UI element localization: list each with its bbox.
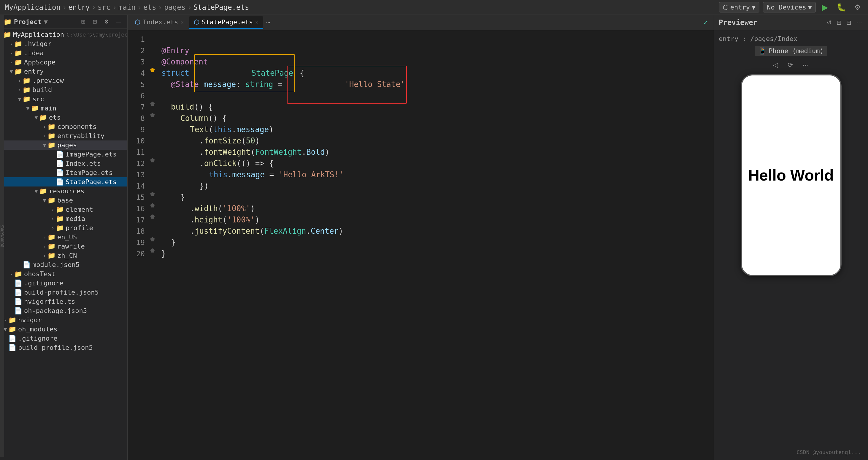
sidebar-item-indexets[interactable]: › 📄 Index.ets (0, 159, 127, 168)
collapse-all-button[interactable]: ⊟ (90, 17, 99, 26)
height-method: height (195, 214, 223, 226)
sidebar-item-base[interactable]: ▼ 📁 base (0, 196, 127, 205)
dot-height: . (190, 214, 195, 226)
breadcrumb-pages[interactable]: pages (164, 3, 185, 11)
tab-statepage-ets[interactable]: ⬡ StatePage.ets ✕ (189, 16, 263, 29)
previewer-refresh-button[interactable]: ↺ (826, 18, 833, 27)
code-line-12: . onClick (() => { (161, 158, 714, 169)
sidebar-item-statepage[interactable]: › 📄 StatePage.ets (0, 177, 127, 186)
oh-modules-label: oh_modules (18, 325, 57, 333)
sidebar-item-module-json5[interactable]: › 📄 module.json5 (0, 260, 127, 269)
code-content[interactable]: @Entry @Component struct StatePage { (157, 30, 714, 460)
sidebar-item-media[interactable]: › 📁 media (0, 214, 127, 223)
sidebar-item-build-profile[interactable]: › 📄 build-profile.json5 (0, 288, 127, 297)
string-type: string (245, 78, 273, 91)
sidebar-item-build[interactable]: › 📁 build (0, 85, 127, 94)
run-button[interactable]: ▶ (819, 1, 831, 13)
sep5: › (158, 3, 162, 11)
entry-selector[interactable]: ⬡ entry ▼ (719, 2, 760, 12)
sidebar-item-pages[interactable]: ▼ 📁 pages (0, 141, 127, 150)
code-editor[interactable]: 1 2 3 4 5 6 7 8 9 10 11 12 13 14 15 16 1… (128, 30, 714, 460)
pages-label: pages (57, 141, 77, 149)
sidebar-item-hvigor2[interactable]: › 📁 hvigor (0, 315, 127, 324)
tab-bar: ⬡ Index.ets ✕ ⬡ StatePage.ets ✕ ⋯ ✓ (128, 15, 714, 30)
device-label-display[interactable]: 📱 Phone (medium) (755, 46, 827, 56)
arrow-main: ▼ (25, 105, 31, 111)
sidebar-item-oh-modules[interactable]: ▼ 📁 oh_modules (0, 324, 127, 334)
sidebar-item-resources[interactable]: ▼ 📁 resources (0, 186, 127, 196)
debug-button[interactable]: 🐛 (834, 1, 848, 13)
previewer-more-button[interactable]: ⋯ (855, 18, 863, 27)
tab-more-button[interactable]: ⋯ (264, 19, 272, 26)
sidebar-item-gitignore-root[interactable]: › 📄 .gitignore (0, 334, 127, 343)
line-numbers: 1 2 3 4 5 6 7 8 9 10 11 12 13 14 15 16 1… (128, 30, 148, 460)
tab-close-index[interactable]: ✕ (180, 19, 184, 25)
hello-world-text[interactable]: Hello World (748, 166, 834, 184)
settings-button[interactable]: ⚙ (852, 2, 863, 13)
folder-icon-media: 📁 (56, 215, 64, 223)
fontweight-method: fontWeight (204, 146, 251, 159)
sidebar-item-rawfile[interactable]: › 📁 rawfile (0, 242, 127, 251)
arrow-ets: ▼ (33, 114, 39, 121)
sidebar-item-zh-cn[interactable]: › 📁 zh_CN (0, 251, 127, 260)
sidebar-item-src[interactable]: ▼ 📁 src (0, 94, 127, 104)
paren-close-fw: ) (325, 146, 330, 159)
breadcrumb-src[interactable]: src (98, 3, 111, 11)
sidebar-item-preview[interactable]: › 📁 .preview (0, 76, 127, 85)
folder-icon-element: 📁 (56, 206, 64, 213)
sidebar-item-build-profile-root[interactable]: › 📄 build-profile.json5 (0, 343, 127, 352)
arrow-appscope: › (8, 59, 14, 65)
code-line-10: . fontSize ( 50 ) (161, 136, 714, 147)
build-label: build (32, 86, 52, 93)
previewer-rotate-button[interactable]: ⟳ (785, 59, 796, 71)
sidebar-item-oh-package[interactable]: › 📄 oh-package.json5 (0, 306, 127, 315)
code-line-11: . fontWeight ( FontWeight . Bold ) (161, 147, 714, 158)
flexalign-type: FlexAlign (264, 225, 306, 237)
sep2: › (92, 3, 96, 11)
sidebar-item-hvigor[interactable]: › 📁 .hvigor (0, 39, 127, 49)
device-selector[interactable]: No Devices ▼ (763, 2, 816, 12)
sidebar-item-profile[interactable]: › 📁 profile (0, 223, 127, 232)
sidebar-item-ohostest[interactable]: › 📁 ohosTest (0, 269, 127, 279)
sidebar-item-itempage[interactable]: › 📄 ItemPage.ets (0, 168, 127, 177)
tab-close-statepage[interactable]: ✕ (255, 19, 258, 25)
breadcrumb-app[interactable]: MyApplication (5, 3, 61, 11)
sidebar-item-entryability[interactable]: › 📁 entryability (0, 131, 127, 141)
sidebar-item-components[interactable]: › 📁 components (0, 122, 127, 131)
expand-all-button[interactable]: ⊞ (79, 17, 88, 26)
height-str: '100%' (227, 214, 255, 226)
check-icon: ✓ (700, 19, 711, 27)
oh-package-label: oh-package.json5 (24, 307, 87, 315)
previewer-grid-button[interactable]: ⊟ (845, 18, 852, 27)
previewer-nav-more-button[interactable]: ⋯ (800, 59, 812, 71)
sidebar-minimize-button[interactable]: — (114, 17, 124, 26)
file-icon-module: 📄 (23, 261, 31, 268)
sidebar-item-element[interactable]: › 📁 element (0, 205, 127, 214)
sidebar-item-en-us[interactable]: › 📁 en_US (0, 232, 127, 242)
previewer-back-button[interactable]: ◁ (770, 59, 781, 71)
previewer-layout-button[interactable]: ⊞ (835, 18, 843, 27)
tab-index-ets[interactable]: ⬡ Index.ets ✕ (130, 16, 188, 29)
sidebar-item-hvigorfile[interactable]: › 📄 hvigorfile.ts (0, 297, 127, 306)
sidebar-settings-button[interactable]: ⚙ (102, 17, 111, 26)
bold-prop: Bold (306, 146, 325, 159)
sidebar-item-appscope[interactable]: › 📁 AppScope (0, 58, 127, 67)
breadcrumb-entry[interactable]: entry (68, 3, 90, 11)
state-decorator: @State (171, 78, 199, 91)
top-bar: MyApplication › entry › src › main › ets… (0, 0, 868, 15)
previewer-path-text: entry : /pages/Index (719, 35, 797, 42)
breadcrumb-ets[interactable]: ets (143, 3, 156, 11)
device-name: Phone (medium) (769, 47, 824, 55)
arrow-media: › (50, 215, 56, 222)
sidebar-item-main[interactable]: ▼ 📁 main (0, 104, 127, 113)
ets-label: ets (49, 114, 61, 121)
sidebar-item-gitignore[interactable]: › 📄 .gitignore (0, 279, 127, 288)
sidebar-item-myapplication[interactable]: ▼ 📁 MyApplication C:\Users\amy\projects\… (0, 30, 127, 39)
sidebar-item-imagepage[interactable]: › 📄 ImagePage.ets (0, 150, 127, 159)
breadcrumb-file[interactable]: StatePage.ets (193, 3, 249, 11)
sidebar-item-ets[interactable]: ▼ 📁 ets (0, 113, 127, 122)
sidebar-item-entry[interactable]: ▼ 📁 entry (0, 67, 127, 76)
breadcrumb-main[interactable]: main (118, 3, 135, 11)
tree-root: ▼ 📁 MyApplication C:\Users\amy\projects\… (0, 29, 127, 353)
sidebar-item-idea[interactable]: › 📁 .idea (0, 49, 127, 58)
